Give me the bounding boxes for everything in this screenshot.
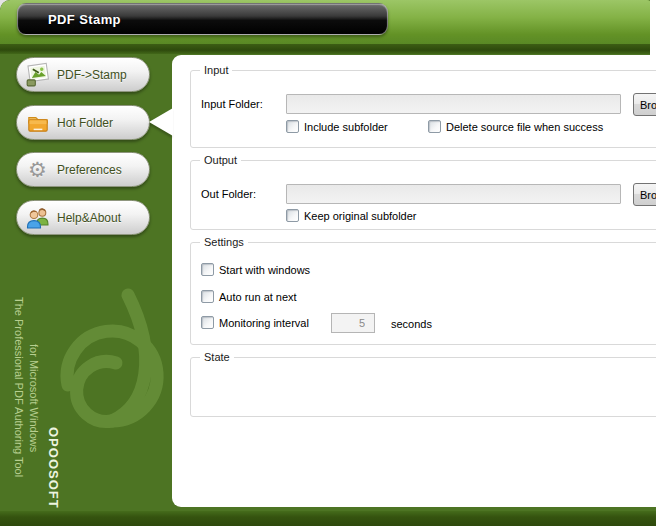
checkbox-delete-source[interactable]: Delete source file when success [428, 120, 603, 133]
sidebar-item-label: Help&About [57, 211, 121, 225]
active-item-arrow [149, 108, 173, 136]
checkbox-keep-subfolder[interactable]: Keep original subfolder [286, 209, 417, 222]
group-legend: Settings [200, 235, 248, 249]
sidebar-item-preferences[interactable]: ⚙ Preferences [16, 152, 150, 187]
checkbox-box[interactable] [201, 316, 214, 329]
checkbox-label: Auto run at next [219, 291, 297, 303]
checkbox-label: Delete source file when success [446, 121, 603, 133]
checkbox-label: Keep original subfolder [304, 210, 417, 222]
seconds-label: seconds [391, 318, 432, 330]
settings-group: Settings Start with windows Auto run at … [190, 242, 656, 345]
checkbox-box[interactable] [286, 209, 299, 222]
people-icon [24, 204, 51, 231]
group-legend: State [200, 350, 234, 364]
interval-field[interactable] [331, 313, 375, 333]
gear-icon: ⚙ [24, 156, 51, 183]
title-bar: PDF Stamp [17, 3, 388, 35]
group-legend: Input [200, 63, 232, 77]
window-right-edge [650, 0, 656, 55]
input-folder-label: Input Folder: [201, 98, 263, 110]
top-divider [0, 44, 651, 54]
sidebar-item-help-about[interactable]: Help&About [16, 200, 150, 235]
group-legend: Output [200, 153, 241, 167]
bottom-strip [0, 511, 656, 526]
checkbox-include-subfolder[interactable]: Include subfolder [286, 120, 388, 133]
sidebar-item-label: Hot Folder [57, 116, 113, 130]
sidebar-item-label: PDF->Stamp [57, 68, 127, 82]
window-title: PDF Stamp [48, 12, 121, 27]
branding-company: OPOOSOFT [46, 427, 61, 509]
sidebar-item-label: Preferences [57, 163, 122, 177]
input-browse-button[interactable]: Browse [633, 93, 656, 116]
checkbox-start-with-windows[interactable]: Start with windows [201, 263, 310, 276]
checkbox-auto-run[interactable]: Auto run at next [201, 290, 297, 303]
branding-tagline-line1: The Professional PDF Authoring Tool [13, 297, 25, 477]
content-panel: Input Input Folder: Browse Include subfo… [172, 55, 656, 507]
sidebar-item-pdf-stamp[interactable]: PDF->Stamp [16, 57, 150, 92]
state-group: State [190, 357, 656, 417]
sidebar-item-hot-folder[interactable]: Hot Folder [16, 105, 150, 140]
checkbox-label: Include subfolder [304, 121, 388, 133]
checkbox-label: Monitoring interval [219, 317, 309, 329]
folder-icon [24, 109, 51, 136]
input-folder-field[interactable] [286, 94, 621, 114]
stamp-image-icon [24, 61, 51, 88]
out-folder-label: Out Folder: [201, 188, 256, 200]
branding-tagline-line2: for Microsoft Windows [28, 344, 40, 452]
checkbox-box[interactable] [286, 120, 299, 133]
checkbox-box[interactable] [201, 263, 214, 276]
checkbox-label: Start with windows [219, 264, 310, 276]
checkbox-box[interactable] [201, 290, 214, 303]
checkbox-box[interactable] [428, 120, 441, 133]
output-browse-button[interactable]: Browse [633, 183, 656, 206]
output-group: Output Out Folder: Browse Keep original … [190, 160, 656, 230]
checkbox-monitoring-interval[interactable]: Monitoring interval [201, 316, 309, 329]
out-folder-field[interactable] [286, 184, 621, 204]
input-group: Input Input Folder: Browse Include subfo… [190, 70, 656, 148]
window-frame: PDF Stamp PDF->Stamp [0, 0, 656, 526]
